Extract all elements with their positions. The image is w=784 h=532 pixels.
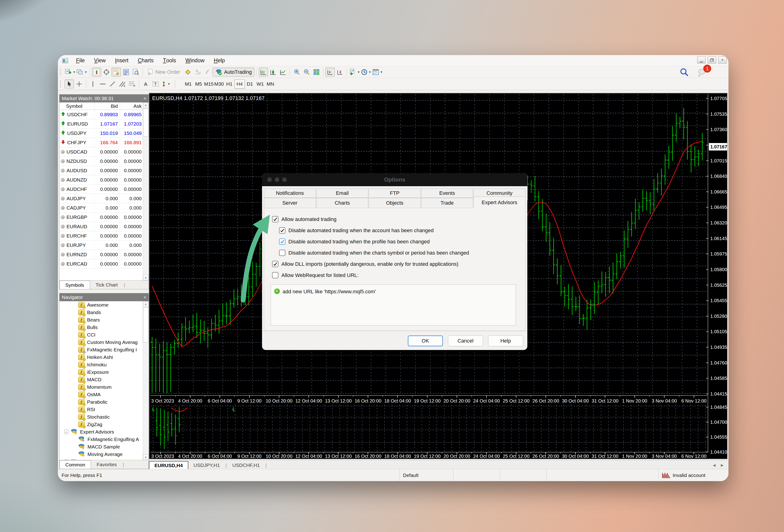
column-ask[interactable]: Ask xyxy=(120,103,143,110)
checkbox[interactable] xyxy=(272,272,278,278)
arrows-tool[interactable]: ▼ xyxy=(161,80,171,88)
scroll-up-icon[interactable]: ∧ xyxy=(143,301,148,307)
column-symbol[interactable]: Symbol xyxy=(59,103,94,109)
tree-item-heiken-ashi[interactable]: ƒHeiken Ashi xyxy=(59,354,149,361)
tree-item-iexposure[interactable]: ƒiExposure xyxy=(59,368,149,376)
dialog-tab-email[interactable]: Email xyxy=(316,189,368,198)
table-row[interactable]: USDCHF0.899030.89965 xyxy=(59,110,149,119)
strategy-tester-toggle[interactable] xyxy=(131,68,140,77)
tile-windows-button[interactable] xyxy=(312,68,321,77)
close-button[interactable]: × xyxy=(718,56,727,63)
profiles-button[interactable]: ▼ xyxy=(76,68,87,77)
text-label-tool[interactable]: T xyxy=(151,80,160,88)
close-icon[interactable]: × xyxy=(143,295,146,300)
dialog-tab-events[interactable]: Events xyxy=(421,189,473,198)
equidistant-channel-tool[interactable]: E xyxy=(118,80,127,88)
cancel-button[interactable]: Cancel xyxy=(448,336,483,346)
tree-item-moving-average[interactable]: Moving Average xyxy=(59,451,149,458)
tree-item-osma[interactable]: ƒOsMA xyxy=(59,391,149,398)
metaeditor-button[interactable] xyxy=(183,68,193,77)
zoom-out-button[interactable] xyxy=(302,68,311,77)
new-order-button[interactable]: New Order xyxy=(145,68,183,77)
dialog-tab-charts[interactable]: Charts xyxy=(316,198,368,208)
table-row[interactable]: NZDUSD0.000000.00000 xyxy=(59,157,149,166)
tree-item-fxmagnetic-engulfing-a[interactable]: FxMagnetic Engulfing A xyxy=(59,436,149,443)
horizontal-line-tool[interactable] xyxy=(98,80,107,88)
tab-symbols[interactable]: Symbols xyxy=(59,281,90,289)
tab-tick-chart[interactable]: Tick Chart xyxy=(90,281,123,289)
timeframe-mn[interactable]: MN xyxy=(265,80,276,88)
table-row[interactable]: AUDNZD0.000000.00000 xyxy=(59,175,149,185)
bar-chart-mode-button[interactable] xyxy=(259,68,268,77)
timeframe-d1[interactable]: D1 xyxy=(245,80,255,88)
dialog-titlebar[interactable]: Options xyxy=(262,173,527,186)
menu-window[interactable]: Window xyxy=(181,55,209,66)
dialog-tab-server[interactable]: Server xyxy=(264,198,316,208)
tree-item-stochastic[interactable]: ƒStochastic xyxy=(59,413,149,421)
checkbox[interactable] xyxy=(279,250,285,256)
dialog-tab-objects[interactable]: Objects xyxy=(369,198,421,208)
toolbar-grip[interactable] xyxy=(60,81,62,87)
tree-item-scripts[interactable]: +Scripts xyxy=(59,458,149,460)
chart-tab-usdchf-h1[interactable]: USDCHF,H1 xyxy=(227,461,265,470)
templates-button[interactable]: ▼ xyxy=(372,68,383,77)
status-profile[interactable]: Default xyxy=(399,469,453,481)
menu-insert[interactable]: Insert xyxy=(110,55,133,66)
scroll-left-icon[interactable]: ◀ xyxy=(711,462,718,469)
terminal-toggle[interactable] xyxy=(121,68,131,77)
chart-shift-button[interactable] xyxy=(335,68,345,77)
dialog-tab-ftp[interactable]: FTP xyxy=(369,189,421,198)
help-button[interactable]: Help xyxy=(488,336,523,346)
add-indicator-button[interactable]: ▼ xyxy=(349,68,360,77)
menu-help[interactable]: Help xyxy=(209,55,229,66)
menu-charts[interactable]: Charts xyxy=(133,55,158,66)
table-row[interactable]: EURGBP0.000000.00000 xyxy=(59,213,149,222)
timeframe-m5[interactable]: M5 xyxy=(193,80,204,88)
table-row[interactable]: EURJPY0.0000.000 xyxy=(59,241,149,250)
notifications-icon[interactable]: 1 xyxy=(697,68,707,78)
menu-tools[interactable]: Tools xyxy=(158,55,180,66)
zoom-icon[interactable] xyxy=(282,177,287,182)
restore-button[interactable] xyxy=(708,56,716,63)
timeframe-m15[interactable]: M15 xyxy=(204,80,214,88)
tree-item-ichimoku[interactable]: ƒIchimoku xyxy=(59,361,149,368)
periods-button[interactable]: ▼ xyxy=(361,68,371,77)
ok-button[interactable]: OK xyxy=(408,336,443,346)
tree-item-custom-moving-averag[interactable]: ƒCustom Moving Averag xyxy=(59,339,149,346)
scroll-down-icon[interactable]: ∨ xyxy=(143,275,148,280)
table-row[interactable]: USDJPY150.019150.049 xyxy=(59,129,149,138)
dialog-tab-expert-advisors[interactable]: Expert Advisors xyxy=(473,196,526,208)
crosshair-tool[interactable] xyxy=(75,80,84,88)
tree-item-parabolic[interactable]: ƒParabolic xyxy=(59,398,149,406)
tab-favorites[interactable]: Favorites xyxy=(91,460,122,469)
column-bid[interactable]: Bid xyxy=(94,103,120,110)
signals-button[interactable] xyxy=(203,68,212,77)
tree-item-bands[interactable]: ƒBands xyxy=(59,309,149,316)
table-row[interactable]: EURAUD0.000000.00000 xyxy=(59,222,149,231)
tab-common[interactable]: Common xyxy=(59,460,91,469)
menu-view[interactable]: View xyxy=(89,55,110,66)
timeframe-h4[interactable]: H4 xyxy=(234,80,245,88)
table-row[interactable]: CHFJPY166.764166.891 xyxy=(59,138,149,147)
add-url-icon[interactable]: + xyxy=(274,288,280,294)
zoom-in-button[interactable] xyxy=(292,68,302,77)
new-chart-button[interactable]: ▼ xyxy=(65,68,76,77)
market-watch-scrollbar[interactable]: ∧ ∨ xyxy=(143,103,148,280)
fibonacci-tool[interactable]: F xyxy=(128,80,137,88)
close-icon[interactable]: × xyxy=(143,96,146,101)
tree-item-awesome[interactable]: ƒAwesome xyxy=(59,301,149,309)
close-icon[interactable] xyxy=(267,177,272,182)
collapse-icon[interactable]: − xyxy=(64,430,68,434)
cursor-tool[interactable] xyxy=(65,80,74,88)
tree-item-bulls[interactable]: ƒBulls xyxy=(59,324,149,331)
timeframe-m1[interactable]: M1 xyxy=(183,80,193,88)
market-watch-toggle[interactable] xyxy=(92,68,101,77)
data-window-toggle[interactable] xyxy=(102,68,111,77)
tree-item-cci[interactable]: ƒCCI xyxy=(59,331,149,339)
tree-item-macd[interactable]: ƒMACD xyxy=(59,376,149,383)
navigator-scrollbar[interactable]: ∧ ∨ xyxy=(143,301,148,460)
tree-item-fxmagnetic-engulfing-i[interactable]: ƒFxMagnetic Engulfing I xyxy=(59,346,149,354)
autotrading-button[interactable]: AutoTrading xyxy=(213,68,254,77)
tree-item-rsi[interactable]: ƒRSI xyxy=(59,406,149,413)
dialog-tab-notifications[interactable]: Notifications xyxy=(264,189,316,198)
